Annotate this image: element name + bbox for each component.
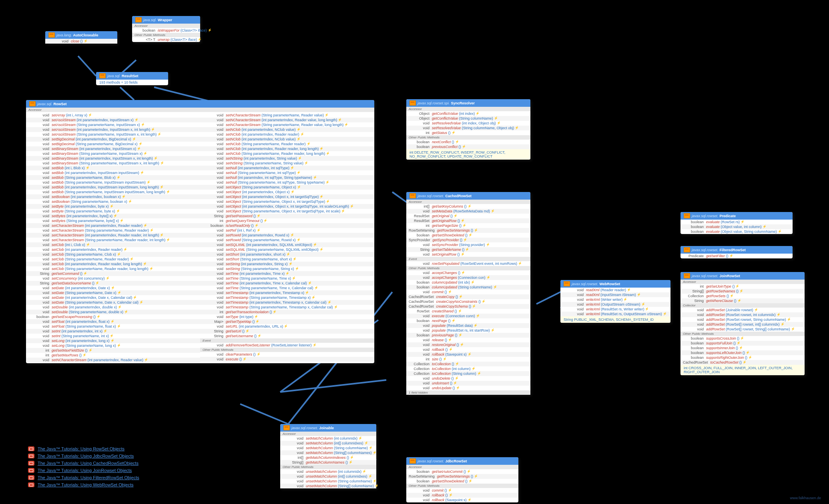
- interface-icon: [409, 458, 416, 464]
- class-webrowset: javax.sql.rowset.WebRowSet voidreadXml (…: [560, 280, 670, 323]
- method-row: voidsetMatchColumn (int columnIdx)⚡: [280, 436, 376, 441]
- method-row: intget/setTransactionIsolation ()⚡: [200, 310, 374, 314]
- method-row: voidsetObject (int parameterIndex, Objec…: [200, 194, 374, 199]
- tutorial-link[interactable]: The Java™ Tutorials: Using FilteredRowSe…: [28, 475, 139, 480]
- method-row: voidsetObject (String parameterName, Obj…: [200, 209, 374, 214]
- method-row: intsize ()⚡: [406, 357, 530, 362]
- method-row: voidacceptChanges ()⚡: [406, 270, 530, 275]
- method-row: voidsetNClob (String parameterName, Read…: [200, 151, 374, 156]
- method-row: booleanevaluate (Object value, String co…: [680, 229, 793, 234]
- method-row: voidsetLong (int parameterIndex, long x)…: [26, 338, 200, 343]
- class-jdbcrowset: javax.sql.rowset.JdbcRowSet Accessor boo…: [406, 457, 518, 502]
- link-icon: [28, 446, 34, 451]
- method-row: voidsetSQLXML (String parameterName, SQL…: [200, 247, 374, 252]
- method-row: voidunsetMatchColumn (String columnName)…: [280, 479, 376, 484]
- method-row: voidaddRowSet (RowSet[] rowset, int[] co…: [680, 322, 805, 327]
- method-row: voidsetBinaryStream (String parameterNam…: [26, 151, 200, 156]
- method-row: ResultSetgetOriginal ()⚡: [406, 214, 530, 218]
- interface-icon: [283, 425, 290, 430]
- method-row: voidsetBlob (String parameterName, Blob …: [26, 175, 200, 180]
- method-row: voidsetNClob (String parameterName, Read…: [200, 142, 374, 146]
- method-row: voidundoUpdate ()⚡: [406, 386, 530, 390]
- tutorial-link[interactable]: The Java™ Tutorials: Using WebRowSet Obj…: [28, 482, 139, 487]
- method-row: voidsetMatchColumn (String columnName)⚡: [280, 446, 376, 450]
- method-row: voidsetShort (int parameterIndex, short …: [200, 252, 374, 257]
- method-row: voidexecute (Connection conn)⚡: [406, 314, 530, 318]
- method-row: voidsetNCharacterStream (String paramete…: [200, 113, 374, 118]
- method-row: voidsetBlob (int parameterIndex, InputSt…: [26, 170, 200, 175]
- method-row: voidsetClob (int i, Clob x)⚡: [26, 242, 200, 247]
- method-row: voidpopulate (ResultSet data)⚡: [406, 323, 530, 328]
- method-row: RowSetcreateShared ()⚡: [406, 309, 530, 314]
- method-row: CollectiongetRowSets ()⚡: [680, 294, 805, 298]
- method-row: voidsetNCharacterStream (int parameterIn…: [200, 118, 374, 122]
- class-resultset: java.sql.ResultSet 193 methods + 10 fiel…: [96, 72, 168, 85]
- interface-icon: [684, 247, 690, 252]
- method-row: voidsetAsciiStream (int parameterIndex, …: [26, 118, 200, 122]
- method-row: voidsetNClob (int parameterIndex, NClob …: [200, 127, 374, 132]
- method-row: voidsetMatchColumn (String[] columnNames…: [280, 450, 376, 455]
- method-row: voidsetDouble (int parameterIndex, doubl…: [26, 305, 200, 310]
- method-row: voidsetBoolean (int parameterIndex, bool…: [26, 194, 200, 199]
- svg-line-0: [78, 56, 96, 76]
- method-row: voidsetBinaryStream (int parameterIndex,…: [26, 146, 200, 151]
- method-row: voidsetShort (String parameterName, shor…: [200, 257, 374, 262]
- method-row: voidcommit ()⚡: [406, 488, 518, 493]
- method-row: StringgetWhereClause ()⚡: [680, 298, 805, 303]
- method-row: voidsetBlob (int i, Blob x)⚡: [26, 166, 200, 170]
- method-row: int[]get/setKeyColumns ()⚡: [406, 204, 530, 209]
- method-row: voidaddRowSet (RowSet rowset, int column…: [680, 312, 805, 317]
- method-row: booleanget/setAutoCommit ()⚡: [406, 469, 518, 474]
- method-row: voidsetNull (String parameterName, int s…: [200, 180, 374, 185]
- method-row: CollectiontoCollection (int column)⚡: [406, 366, 530, 371]
- method-row: voidsetByte (String parameterName, byte …: [26, 209, 200, 214]
- method-row: booleancolumnUpdated (String columnName)…: [406, 285, 530, 290]
- tutorial-link[interactable]: The Java™ Tutorials: Using JoinRowset Ob…: [28, 468, 139, 473]
- tutorial-link[interactable]: The Java™ Tutorials: Using JdbcRowSet Ob…: [28, 454, 139, 458]
- method-row: voidsetNull (String parameterName, int s…: [200, 170, 374, 175]
- tutorial-link[interactable]: The Java™ Tutorials: Using CachedRowSetO…: [28, 461, 139, 466]
- method-row: voidsetTimestamp (String parameterName, …: [200, 305, 374, 310]
- method-row: RowSetWarninggetRowSetWarnings ()⚡: [406, 228, 530, 233]
- method-row: voidaddRowSet (Joinable rowset)⚡: [680, 308, 805, 312]
- method-row: voidsetByte (int parameterIndex, byte x)…: [26, 204, 200, 209]
- link-icon: [28, 468, 34, 473]
- method-row: voidsetNCharacterStream (String paramete…: [200, 122, 374, 127]
- method-row: ObjectgetConflictValue (String columnNam…: [406, 116, 530, 121]
- method-row: voidcommit ()⚡: [406, 290, 530, 294]
- method-row: voidsetArray (int i, Array x)⚡: [26, 113, 200, 118]
- method-row: voidsetClob (String parameterName, Reade…: [26, 266, 200, 271]
- method-row: voidsetAsciiStream (String parameterName…: [26, 132, 200, 137]
- method-row: voidpopulate (ResultSet rs, int startRow…: [406, 328, 530, 333]
- interface-icon: [29, 101, 36, 106]
- method-row: Stringget/setTableName ()⚡: [406, 247, 530, 252]
- method-row: voidsetNString (String parameterName, St…: [200, 161, 374, 166]
- method-row: booleanget/setShowDeleted ()⚡: [406, 233, 530, 238]
- method-row: voidsetRowId (String parameterName, RowI…: [200, 238, 374, 242]
- svg-line-12: [280, 380, 386, 392]
- method-row: Stringget/setDataSourceName ()⚡: [26, 281, 200, 286]
- method-row: booleannextPage ()⚡: [406, 318, 530, 323]
- interface-icon: [684, 213, 690, 218]
- method-row: voidacceptChanges (Connection con)⚡: [406, 275, 530, 280]
- method-row: voidundoInsert ()⚡: [406, 381, 530, 386]
- method-row: voidsetAsciiStream (int parameterIndex, …: [26, 127, 200, 132]
- method-row: voidsetResolvedValue (int index, Object …: [406, 121, 530, 126]
- interface-icon: [409, 193, 416, 198]
- method-row: voidsetConcurrency (int concurrency)⚡: [26, 276, 200, 281]
- method-row: voidunsetMatchColumn (int[] columnIdxes)…: [280, 474, 376, 479]
- link-icon: [28, 461, 34, 466]
- tutorial-link[interactable]: The Java™ Tutorials: Using RowSet Object…: [28, 446, 139, 451]
- method-row: CollectiontoCollection (String column)⚡: [406, 371, 530, 376]
- method-row: voidsetInt (int parameterIndex, int x)⚡: [26, 329, 200, 334]
- method-row: intget/setMaxFieldSize ()⚡: [26, 348, 200, 353]
- method-row: voidsetRowId (int parameterIndex, RowId …: [200, 233, 374, 238]
- method-row: voidexecute ()⚡: [200, 357, 374, 362]
- method-row: voidsetString (int parameterIndex, Strin…: [200, 262, 374, 266]
- method-row: voidsetDate (int parameterIndex, Date x)…: [26, 286, 200, 290]
- method-row: voidsetType (int type)⚡: [200, 314, 374, 319]
- method-row: voidunsetMatchColumn (int columnIdx)⚡: [280, 469, 376, 474]
- method-row: booleanpreviousConflict ()⚡: [406, 144, 530, 149]
- method-row: Stringget/setUrl ()⚡: [200, 329, 374, 334]
- method-row: voidadd/removeRowSetListener (RowSetList…: [200, 343, 374, 348]
